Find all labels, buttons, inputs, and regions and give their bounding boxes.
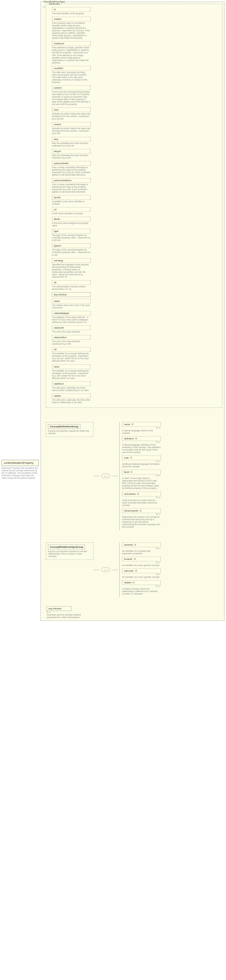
root-desc: Extension Property: the semantics are de… <box>2 467 39 479</box>
concept-definition-frame: ConceptDefinitionGroup A group of proper… <box>46 422 93 437</box>
attribute-item: any ##other <box>52 292 90 297</box>
child-item: definition0..∞A natural language definit… <box>122 436 161 453</box>
sequence-compositor-icon: •—• <box>101 474 110 478</box>
cardinality: 0..∞ <box>122 460 160 462</box>
child-box[interactable]: name <box>122 422 161 427</box>
child-desc: A natural language name for the concept. <box>122 430 161 434</box>
cardinality: 0..∞ <box>122 441 160 443</box>
attribute-box[interactable]: howuri <box>52 122 90 127</box>
child-item: facet0..∞In NAR 1.8 and later, facet is … <box>122 470 161 490</box>
attribute-box[interactable]: valuedatatype <box>52 311 90 315</box>
attribute-desc: A free-text value assigned as property v… <box>52 222 90 227</box>
attribute-desc: Why the metadata has been included - exp… <box>52 142 90 147</box>
attribute-box[interactable]: pubconstrainturi <box>52 178 90 183</box>
attribute-desc: Indicates by which means the value was e… <box>52 127 90 135</box>
attribute-box[interactable]: xml:lang <box>52 258 90 263</box>
attribute-box[interactable]: custom <box>52 86 90 90</box>
attribute-box[interactable]: value <box>52 299 90 304</box>
attribute-item: relThe identifier of a concept defining … <box>52 347 90 362</box>
attribute-box[interactable]: reluri <box>52 364 90 369</box>
attribute-desc: Why the metadata has been included - exp… <box>52 154 90 159</box>
child-box[interactable]: sameAs <box>122 542 161 547</box>
attribute-desc: The local identifier of the property <box>52 13 90 15</box>
attribute-box[interactable]: pubconstraint <box>52 161 90 165</box>
attribute-box[interactable]: rel <box>52 347 90 352</box>
attribute-desc: Specifies the language of this property … <box>52 264 90 278</box>
child-box[interactable]: narrower <box>122 568 161 573</box>
child-box[interactable]: remoteInfo <box>122 492 161 496</box>
child-box[interactable]: facet <box>122 470 161 474</box>
attribute-desc: The date (and, optionally, the time) aft… <box>52 399 90 404</box>
attribute-desc: The type of the concept assigned as cont… <box>52 234 90 242</box>
attribute-box[interactable]: dir <box>52 280 90 285</box>
child-box[interactable]: hierarchyInfo <box>122 508 161 513</box>
attribute-desc: If the attribute is empty, specifies whi… <box>52 46 90 64</box>
child-item: related0..∞A related concept, where the … <box>122 580 161 595</box>
attribute-item: valueunitThe unit of the value attribute… <box>52 325 90 333</box>
attribute-box[interactable]: validfrom <box>52 382 90 386</box>
type-frame: Flex2ExtPropType attributes idThe local … <box>41 2 224 621</box>
attribute-box[interactable]: id <box>52 7 90 12</box>
attribute-desc: The identifier of a concept defining the… <box>52 352 90 362</box>
attribute-desc: A qualified code which identifies a conc… <box>52 200 90 205</box>
attributes-title: attributes <box>48 3 61 5</box>
attribute-box[interactable]: type <box>52 229 90 234</box>
child-desc: In NAR 1.8 and later, facet is deprecate… <box>122 477 161 490</box>
concept-definition-label[interactable]: ConceptDefinitionGroup <box>48 424 81 429</box>
cardinality: 0..∞ <box>122 547 160 549</box>
attribute-desc: If set to true the corresponding propert… <box>52 91 90 106</box>
any-other-item: any ##other 0..∞ Extension point for pro… <box>47 606 222 619</box>
child-box[interactable]: broader <box>122 557 161 562</box>
attribute-box[interactable]: qcode <box>52 195 90 200</box>
attributes-frame: attributes idThe local identifier of the… <box>46 4 222 408</box>
attribute-desc: One or many constraints that apply to pu… <box>52 166 90 176</box>
attribute-item: howIndicates by which means the value wa… <box>52 107 90 120</box>
attribute-desc: The type of the concept assigned as cont… <box>52 249 90 256</box>
attribute-box[interactable]: how <box>52 107 90 112</box>
attribute-box[interactable]: whyuri <box>52 149 90 154</box>
root-element: contentMetaExtProperty Extension Propert… <box>2 460 41 479</box>
root-box[interactable]: contentMetaExtProperty <box>2 460 39 466</box>
attribute-box[interactable]: uri <box>52 207 90 212</box>
connector <box>93 476 100 476</box>
attribute-box[interactable]: validto <box>52 393 90 398</box>
attribute-box[interactable]: valueunit <box>52 325 90 330</box>
attribute-box[interactable]: valueunituri <box>52 335 90 340</box>
attribute-box[interactable]: creatoruri <box>52 41 90 46</box>
attribute-box[interactable]: modified <box>52 66 90 71</box>
attribute-box[interactable]: literal <box>52 217 90 221</box>
attribute-item: pubconstrainturiOne or many constraints … <box>52 178 90 193</box>
attribute-item: validtoThe date (and, optionally, the ti… <box>52 393 90 404</box>
attribute-desc: A URI which identifies a concept. <box>52 212 90 215</box>
child-desc: A natural language definition of the sem… <box>122 444 161 453</box>
attribute-box[interactable]: typeuri <box>52 243 90 248</box>
attribute-item: dirThe directionality of textual content… <box>52 280 90 290</box>
child-item: note0..∞Additional natural language info… <box>122 455 161 468</box>
child-item: sameAs0..∞An identifier of a concept wit… <box>122 542 161 555</box>
attribute-box[interactable]: why <box>52 137 90 142</box>
attribute-desc: Indicates by which means the value was e… <box>52 113 90 120</box>
attribute-box[interactable]: any ##other <box>52 292 90 297</box>
concept-relationships-desc: A group of properties required to indica… <box>48 550 91 558</box>
attribute-item: xml:langSpecifies the language of this p… <box>52 258 90 278</box>
child-desc: A related concept, where the relationshi… <box>122 588 161 595</box>
cardinality: 0..∞ <box>122 573 160 575</box>
attribute-item: qcodeA qualified code which identifies a… <box>52 195 90 205</box>
connector <box>112 476 118 476</box>
concept-relationships-label[interactable]: ConceptRelationshipsGroup <box>48 545 85 549</box>
child-box[interactable]: note <box>122 455 161 460</box>
attribute-item: howuriIndicates by which means the value… <box>52 122 90 135</box>
attribute-desc: The date (and, optionally, the time) bef… <box>52 387 90 392</box>
child-desc: An identifier of a concept with equivale… <box>122 550 161 555</box>
attribute-item: whyWhy the metadata has been included - … <box>52 137 90 147</box>
attribute-box[interactable]: creator <box>52 17 90 21</box>
attribute-item: pubconstraintOne or many constraints tha… <box>52 161 90 176</box>
attribute-item: valuedatatypeThe datatype of the value a… <box>52 311 90 324</box>
any-other-box[interactable]: any ##other <box>47 606 71 611</box>
child-box[interactable]: related <box>122 580 161 585</box>
child-item: name0..∞A natural language name for the … <box>122 422 161 434</box>
cardinality: 0..∞ <box>122 585 160 587</box>
child-box[interactable]: definition <box>122 436 161 441</box>
attribute-desc: The date (and, optionally, the time) whe… <box>52 71 90 84</box>
attribute-item: typeuriThe type of the concept assigned … <box>52 243 90 256</box>
